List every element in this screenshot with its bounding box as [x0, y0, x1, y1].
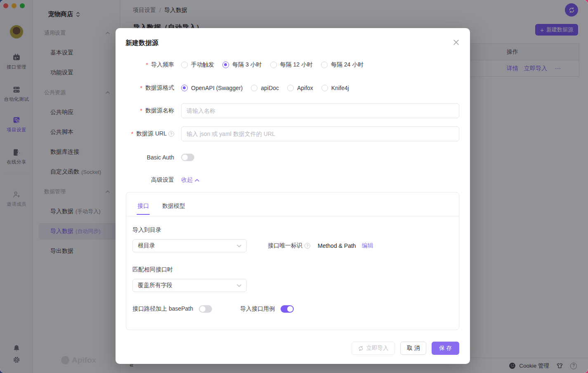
- base-path-label: 接口路径加上 basePath: [132, 305, 193, 313]
- radio-label: Knife4j: [331, 85, 349, 91]
- form-row-name: *数据源名称: [125, 103, 459, 118]
- radio-label: Apifox: [297, 85, 313, 91]
- base-path-toggle-item: 接口路径加上 basePath: [132, 305, 212, 313]
- endpoint-uid-value: Method & Path: [318, 242, 356, 249]
- radio-apifox[interactable]: Apifox: [287, 85, 313, 91]
- radio-icon: [251, 85, 257, 91]
- radio-manual-trigger[interactable]: 手动触发: [181, 61, 214, 69]
- panel-tabs: 接口 数据模型: [137, 202, 185, 215]
- form-row-format: *数据源格式 OpenAPI (Swagger) apiDoc Apifox K…: [125, 83, 459, 93]
- tabs-divider: [126, 216, 459, 216]
- radio-label: 每隔 12 小时: [280, 61, 313, 69]
- radio-checked-icon: [181, 85, 188, 91]
- required-asterisk: *: [131, 131, 133, 137]
- import-cases-toggle[interactable]: [281, 305, 294, 313]
- import-cases-label: 导入接口用例: [240, 305, 275, 313]
- cancel-button[interactable]: 取 消: [400, 342, 426, 355]
- endpoint-uid-group: 接口唯一标识 ? Method & Path 编辑: [268, 239, 373, 252]
- form-row-advanced: 高级设置 收起: [125, 176, 459, 184]
- app-window: 接口管理 自动化测试 项目设置 在线分享 邀请成员: [0, 0, 588, 373]
- advanced-settings-panel: 接口 数据模型 导入到目录 根目录 接口唯一标识 ? Method & Path…: [126, 192, 459, 330]
- sync-icon: [358, 346, 364, 351]
- modal-title: 新建数据源: [125, 39, 158, 48]
- datasource-url-input[interactable]: [181, 126, 459, 141]
- radio-label: 每隔 3 小时: [232, 61, 262, 69]
- import-dir-value: 根目录: [138, 242, 155, 249]
- form-row-url: *数据源 URL?: [125, 126, 459, 141]
- format-label: *数据源格式: [125, 84, 174, 92]
- required-asterisk: *: [140, 107, 142, 114]
- url-label: *数据源 URL?: [125, 130, 174, 138]
- basic-auth-toggle[interactable]: [181, 154, 194, 161]
- advanced-settings-label: 高级设置: [125, 176, 174, 184]
- new-datasource-modal: 新建数据源 *导入频率 手动触发 每隔 3 小时 每隔 12 小时 每隔 24 …: [116, 28, 470, 364]
- match-mode-value: 覆盖所有字段: [138, 282, 172, 289]
- basic-auth-label: Basic Auth: [125, 154, 174, 161]
- datasource-name-input[interactable]: [181, 103, 459, 118]
- radio-icon: [321, 85, 328, 91]
- name-label: *数据源名称: [125, 107, 174, 114]
- radio-label: OpenAPI (Swagger): [191, 85, 243, 91]
- import-dir-label: 导入到目录: [132, 226, 161, 234]
- required-asterisk: *: [146, 62, 148, 68]
- radio-every-12-hours[interactable]: 每隔 12 小时: [270, 61, 313, 69]
- radio-icon: [181, 62, 188, 68]
- radio-apidoc[interactable]: apiDoc: [251, 85, 279, 91]
- cancel-label: 取 消: [407, 344, 420, 352]
- frequency-label: *导入频率: [125, 61, 174, 69]
- collapse-advanced-link[interactable]: 收起: [181, 176, 199, 184]
- chevron-down-icon: [237, 245, 241, 247]
- chevron-up-icon: [195, 179, 199, 182]
- tab-data-models[interactable]: 数据模型: [162, 202, 185, 215]
- endpoint-uid-label: 接口唯一标识 ?: [268, 242, 310, 249]
- uid-help-icon[interactable]: ?: [305, 243, 310, 249]
- required-asterisk: *: [140, 85, 142, 91]
- form-row-frequency: *导入频率 手动触发 每隔 3 小时 每隔 12 小时 每隔 24 小时: [125, 60, 459, 69]
- radio-icon: [321, 62, 328, 68]
- match-mode-select[interactable]: 覆盖所有字段: [132, 279, 247, 292]
- chevron-down-icon: [237, 284, 241, 287]
- format-radio-group: OpenAPI (Swagger) apiDoc Apifox Knife4j: [181, 85, 349, 91]
- save-label: 保 存: [439, 344, 452, 352]
- import-now-button[interactable]: 立即导入: [352, 342, 395, 355]
- form-row-basic-auth: Basic Auth: [125, 153, 459, 162]
- radio-openapi-swagger[interactable]: OpenAPI (Swagger): [181, 85, 243, 91]
- modal-footer: 立即导入 取 消 保 存: [352, 342, 459, 355]
- radio-label: 手动触发: [191, 61, 214, 69]
- frequency-radio-group: 手动触发 每隔 3 小时 每隔 12 小时 每隔 24 小时: [181, 61, 364, 69]
- radio-icon: [287, 85, 294, 91]
- radio-icon: [270, 62, 277, 68]
- import-now-label: 立即导入: [366, 344, 388, 352]
- save-button[interactable]: 保 存: [432, 342, 459, 355]
- radio-checked-icon: [222, 62, 229, 68]
- radio-knife4j[interactable]: Knife4j: [321, 85, 349, 91]
- radio-label: apiDoc: [261, 85, 279, 91]
- import-cases-toggle-item: 导入接口用例: [240, 305, 294, 313]
- base-path-toggle[interactable]: [199, 305, 212, 313]
- url-help-icon[interactable]: ?: [168, 131, 174, 137]
- match-mode-label: 匹配相同接口时: [132, 266, 173, 273]
- tab-endpoints[interactable]: 接口: [137, 202, 149, 215]
- radio-every-24-hours[interactable]: 每隔 24 小时: [321, 61, 364, 69]
- radio-label: 每隔 24 小时: [331, 61, 364, 69]
- close-icon[interactable]: [453, 39, 459, 45]
- import-dir-select[interactable]: 根目录: [132, 239, 247, 252]
- panel-toggle-row: 接口路径加上 basePath 导入接口用例: [132, 302, 294, 316]
- radio-every-3-hours[interactable]: 每隔 3 小时: [222, 61, 262, 69]
- uid-edit-link[interactable]: 编辑: [362, 242, 373, 249]
- collapse-label: 收起: [181, 176, 193, 184]
